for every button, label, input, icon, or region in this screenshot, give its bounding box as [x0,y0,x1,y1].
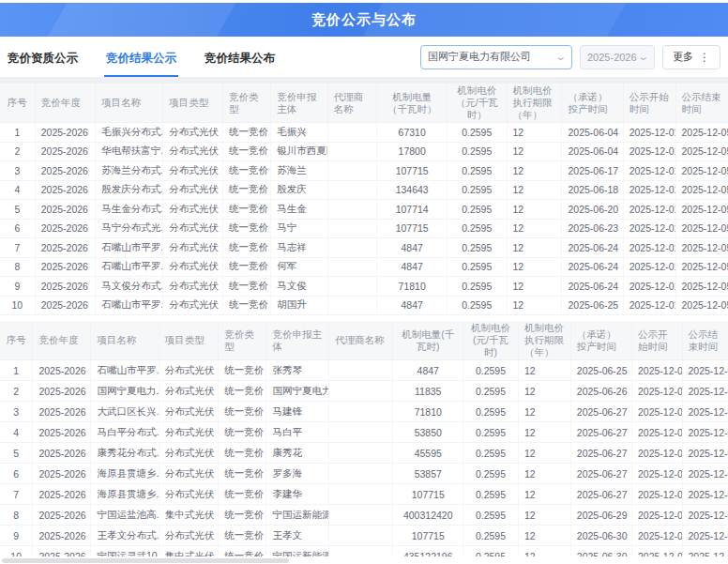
table-row[interactable]: 12025-2026石嘴山市平罗...分布式光伏统一竞价张秀琴48470.259… [0,360,728,381]
horizontal-scrollbar[interactable] [0,556,728,564]
table-cell: 2025-06-27 [570,402,631,422]
table-cell: 2025-12-05 [682,381,728,402]
column-header: 竞价类型 [219,321,266,360]
table-cell: 统一竞价 [219,360,266,381]
table-cell: 2025-2026 [33,443,91,464]
table-row[interactable]: 82025-2026宁国运盐池高...集中式光伏统一竞价宁国运新能源(...40… [0,505,728,526]
table-row[interactable]: 82025-2026石嘴山市平罗...分布式光伏统一竞价何军48470.2595… [0,257,728,277]
table-cell: 5 [0,200,35,220]
table-cell [329,526,393,546]
column-header: 公示结束时间 [682,321,728,360]
table-cell: 2025-06-25 [570,360,631,381]
tab-bid-qualification-publicity[interactable]: 竞价资质公示 [6,37,80,77]
horizontal-scrollbar-thumb[interactable] [2,558,289,563]
table-cell: 107715 [377,219,447,238]
table-cell: 12 [507,257,562,277]
bidding-publicity-page: 竞价公示与公布 竞价资质公示 竞价结果公示 竞价结果公布 国网宁夏电力有限公司 … [0,0,728,564]
table-row[interactable]: 32025-2026大武口区长兴...分布式光伏统一竞价马建锋718100.25… [0,402,728,422]
table-cell: 12 [518,464,570,484]
table-row[interactable]: 22025-2026华电帮扶富宁...分布式光伏统一竞价银川市西夏区...178… [0,142,728,161]
table-cell: 2025-2026 [35,296,95,315]
table-cell: 0.2595 [447,219,507,238]
company-select[interactable]: 国网宁夏电力有限公司 ⌄ [420,45,572,69]
table-cell: 2025-06-20 [562,200,623,220]
tab-bid-result-publicity[interactable]: 竞价结果公示 [104,37,178,77]
table-cell: 罗多海 [266,464,329,484]
table-cell: 107714 [377,200,447,220]
table-row[interactable]: 52025-2026马生金分布式...分布式光伏统一竞价马生金1077140.2… [0,200,728,220]
column-header: 项目类型 [163,84,223,123]
header-row: 序号竞价年度项目名称项目类型竞价类型竞价申报主体代理商名称机制电量(千瓦时)机制… [0,321,728,360]
table-row[interactable]: 32025-2026苏海兰分布式...分布式光伏统一竞价苏海兰1077150.2… [0,161,728,181]
table-cell: 400312420 [393,505,463,526]
table-cell: 0.2595 [463,402,518,422]
table-cell: 12 [518,526,570,546]
more-button[interactable]: 更多 ⋮ [662,45,720,69]
table-cell: 4847 [393,360,463,381]
table-cell: 统一竞价 [222,180,270,200]
table-cell: 12 [507,296,562,315]
column-header: 代理商名称 [327,84,377,123]
column-header: 机制电价执行期限（年） [507,84,562,123]
table-cell [327,219,377,238]
table-cell: 分布式光伏 [163,123,223,143]
table-cell: 石嘴山市平罗... [96,296,163,315]
table-row[interactable]: 22025-2026国网宁夏电力...分布式光伏统一竞价国网宁夏电力...118… [0,381,728,402]
table-cell: 45595 [393,443,463,464]
table-row[interactable]: 62025-2026马宁分布式光...分布式光伏统一竞价马宁1077150.25… [0,219,728,238]
table-cell: 石嘴山市平罗... [96,257,163,277]
table-cell: 分布式光伏 [159,443,219,464]
table-cell: 马文俊 [271,277,328,297]
year-select-value: 2025-2026 [587,52,637,63]
table-cell: 2025-2026 [35,257,95,277]
table-cell: 华电帮扶富宁... [96,142,163,161]
tab-bid-result-announcement[interactable]: 竞价结果公布 [203,37,277,77]
table-row[interactable]: 92025-2026马文俊分布式...分布式光伏统一竞价马文俊718100.25… [0,277,728,297]
table-cell: 2025-12-05 [682,422,728,443]
table-cell: 2025-12-01 [623,219,675,238]
table-cell: 2025-2026 [33,422,91,443]
table-cell: 2025-2026 [33,381,91,402]
table-cell: 2025-2026 [33,360,91,381]
table-row[interactable]: 72025-2026石嘴山市平罗...分布式光伏统一竞价马志祥48470.259… [0,238,728,258]
table-cell: 马文俊分布式... [96,277,163,297]
table-cell: 分布式光伏 [163,200,223,220]
table-row[interactable]: 52025-2026康秀花分布式...分布式光伏统一竞价康秀花455950.25… [0,443,728,464]
table-cell: 殷发庆 [271,180,328,200]
table-cell: 4 [0,422,33,443]
table-cell: 0.2595 [463,360,518,381]
table-cell: 马白平 [266,422,329,443]
table-cell: 2025-06-27 [570,422,631,443]
table-cell: 2025-2026 [33,402,91,422]
table-cell: 0.2595 [463,526,518,546]
table-cell: 2025-2026 [35,200,95,220]
table-row[interactable]: 62025-2026海原县贯塘乡...分布式光伏统一竞价罗多海538570.25… [0,464,728,484]
table-row[interactable]: 92025-2026王孝文分布式...分布式光伏统一竞价王孝文1077150.2… [0,526,728,546]
page-header-banner: 竞价公示与公布 [0,3,728,37]
table-row[interactable]: 42025-2026殷发庆分布式...分布式光伏统一竞价殷发庆1346430.2… [0,180,728,200]
table-cell: 12 [518,484,570,505]
table-cell: 2025-12-05 [675,123,728,143]
column-header: 机制电价(元/千瓦时) [463,321,518,360]
table-row[interactable]: 42025-2026马白平分布式...分布式光伏统一竞价马白平538500.25… [0,422,728,443]
table-cell: 2025-12-01 [631,422,682,443]
table-cell: 统一竞价 [222,161,270,181]
table-cell: 8 [0,257,35,277]
table-cell: 6 [0,219,35,238]
table-cell: 0.2595 [447,123,507,143]
table-cell: 分布式光伏 [163,161,223,181]
table-cell: 2025-2026 [35,277,95,297]
table-row[interactable]: 102025-2026石嘴山市平罗...分布式光伏统一竞价胡国升48470.25… [0,296,728,315]
table-cell: 3 [0,402,33,422]
table-cell: 4847 [377,296,447,315]
table-cell: 分布式光伏 [163,238,223,258]
table-cell: 1 [0,123,35,143]
table-row[interactable]: 72025-2026海原县贯塘乡...分布式光伏统一竞价李建华1077150.2… [0,484,728,505]
table-cell: 107715 [393,526,463,546]
year-select[interactable]: 2025-2026 ⌄ [580,45,655,69]
table-cell: 2025-06-30 [570,526,631,546]
table-cell: 2025-2026 [35,123,95,143]
table-cell: 2025-06-25 [562,296,623,315]
table-row[interactable]: 12025-2026毛振兴分布式...分布式光伏统一竞价毛振兴673100.25… [0,123,728,143]
table-cell: 统一竞价 [219,505,266,526]
